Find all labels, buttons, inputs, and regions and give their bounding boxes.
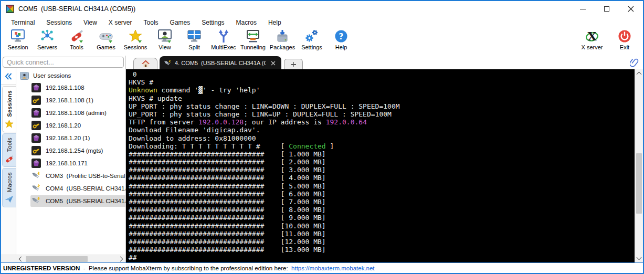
maximize-button[interactable] xyxy=(595,1,619,17)
toolbar-help-button[interactable]: ?Help xyxy=(326,28,356,55)
terminal-line: 0 xyxy=(129,70,635,78)
session-item-label: 192.168.1.108 (1) xyxy=(46,97,93,103)
toolbar-tools-button[interactable]: Tools xyxy=(62,28,91,55)
toolbar-view-button[interactable]: View xyxy=(150,28,180,55)
session-item-com5-usb-serial-ch341a-c[interactable]: COM5 (USB-SERIAL CH341A (C xyxy=(16,195,125,207)
quick-connect-input[interactable] xyxy=(3,57,124,68)
toolbar-servers-button[interactable]: Servers xyxy=(33,28,62,55)
collapse-sidebar-button[interactable] xyxy=(1,68,16,85)
session-item-label: COM5 (USB-SERIAL CH341A (C xyxy=(46,198,125,204)
scroll-right-arrow[interactable] xyxy=(117,255,125,262)
xserver-icon: X xyxy=(585,29,599,44)
terminal-line: ################################# [ 9.00… xyxy=(129,214,635,222)
session-item-com3-prolific-usb-to-serial-co[interactable]: COM3 (Prolific USB-to-Serial Co xyxy=(16,170,125,182)
terminal-line: ################################# [ 5.00… xyxy=(129,182,635,190)
session-item-192-168-1-108-1[interactable]: 192.168.1.108 (1) xyxy=(16,94,125,107)
menu-item-x-server[interactable]: X server xyxy=(103,18,138,27)
terminal-line: ################################# [12.00… xyxy=(129,238,635,246)
tunneling-icon xyxy=(246,29,260,44)
telnet-session-icon xyxy=(31,159,41,168)
toolbar-games-button[interactable]: Games xyxy=(91,28,121,55)
terminal-line: ################################# [ 3.00… xyxy=(129,166,635,174)
toolbar-label: Sessions xyxy=(124,44,147,50)
scroll-down-arrow[interactable] xyxy=(635,254,643,262)
menu-item-games[interactable]: Games xyxy=(164,18,196,27)
session-item-label: COM3 (Prolific USB-to-Serial Co xyxy=(46,173,125,179)
new-tab-button[interactable] xyxy=(284,59,303,69)
games-icon xyxy=(99,29,113,44)
terminal-line: UP_PORT : phy status change : LINK=UP : … xyxy=(129,110,635,118)
terminal-line: ################################# [ 8.00… xyxy=(129,206,635,214)
vertical-scroll-track[interactable] xyxy=(635,78,643,254)
paperclip-attach-icon[interactable] xyxy=(630,57,639,68)
toolbar-session-button[interactable]: Session xyxy=(3,28,33,55)
toolbar-label: Packages xyxy=(270,44,295,50)
active-terminal-tab[interactable]: 4. COM5 (USB-SERIAL CH341A (C xyxy=(160,56,281,69)
session-item-label: 192.168.1.108 xyxy=(46,85,85,91)
toolbar-label: View xyxy=(159,44,171,50)
app-logo-icon xyxy=(6,5,14,13)
sidebar-tab-sessions[interactable]: Sessions xyxy=(2,86,16,132)
terminal-vertical-scrollbar xyxy=(635,69,643,262)
maximize-icon xyxy=(604,6,609,12)
session-item-192-168-1-108-admin[interactable]: 192.168.1.108 (admin) xyxy=(16,107,125,119)
toolbar: SessionServersToolsGamesSessionsViewSpli… xyxy=(1,28,643,56)
terminal-line: Download Filename 'digicap.dav'. xyxy=(129,126,635,134)
chevron-double-left-icon xyxy=(5,73,12,80)
mobatek-link[interactable]: https://mobaxterm.mobatek.net xyxy=(291,265,375,271)
session-item-192-168-1-254-mgts[interactable]: 192.168.1.254 (mgts) xyxy=(16,144,125,157)
vertical-scroll-thumb[interactable] xyxy=(636,153,642,213)
session-item-com4-usb-serial-ch341a-c[interactable]: COM4 (USB-SERIAL CH341A (C xyxy=(16,182,125,195)
scroll-up-arrow[interactable] xyxy=(635,69,643,78)
scroll-left-arrow[interactable] xyxy=(16,255,25,262)
session-tree: User sessions 192.168.1.108192.168.1.108… xyxy=(16,68,125,255)
help-icon: ? xyxy=(334,29,349,44)
session-item-192-168-10-171[interactable]: 192.168.10.171 xyxy=(16,157,125,170)
minimize-button[interactable] xyxy=(571,1,595,17)
menu-item-macros[interactable]: Macros xyxy=(230,18,262,27)
close-button[interactable] xyxy=(619,1,643,17)
session-tree-root-label: User sessions xyxy=(33,72,71,79)
home-tab[interactable] xyxy=(133,58,157,69)
toolbar-exit-button[interactable]: Exit xyxy=(608,28,641,55)
servers-icon xyxy=(40,29,55,44)
horizontal-scroll-thumb[interactable] xyxy=(26,256,88,262)
terminal-line: ################################# [11.00… xyxy=(129,230,635,238)
toolbar-multiexec-button[interactable]: MultiExec xyxy=(209,28,238,55)
menubar: TerminalSessionsViewX serverToolsGamesSe… xyxy=(1,17,643,28)
toolbar-label: Split xyxy=(188,44,199,50)
chevron-right-icon xyxy=(118,256,123,261)
titlebar: COM5 (USB-SERIAL CH341A (COM5)) xyxy=(1,1,643,17)
sidebar-tab-macros[interactable]: Macros xyxy=(2,168,16,207)
session-item-192-168-1-20-1[interactable]: 192.168.1.20 (1) xyxy=(16,132,125,144)
terminal-line: UP_PORT : phy status change : LINK=DOWN … xyxy=(129,102,635,110)
toolbar-tunneling-button[interactable]: Tunneling xyxy=(238,28,268,55)
serial-plug-icon xyxy=(164,59,172,67)
sidebar-tab-tools[interactable]: Tools xyxy=(2,133,16,167)
menu-item-terminal[interactable]: Terminal xyxy=(5,18,40,27)
statusbar: UNREGISTERED VERSION - Please support Mo… xyxy=(1,262,643,273)
close-tab-icon[interactable] xyxy=(270,59,277,66)
menu-item-help[interactable]: Help xyxy=(262,18,287,27)
session-item-192-168-1-108[interactable]: 192.168.1.108 xyxy=(16,81,125,94)
menu-item-sessions[interactable]: Sessions xyxy=(40,18,78,27)
ssh-session-icon xyxy=(31,96,41,105)
terminal-output[interactable]: 0HKVS # Unknown command '▓' - try 'help'… xyxy=(126,69,635,262)
menu-item-settings[interactable]: Settings xyxy=(196,18,230,27)
menu-item-tools[interactable]: Tools xyxy=(138,18,164,27)
toolbar-packages-button[interactable]: Packages xyxy=(268,28,297,55)
serial-session-icon xyxy=(31,171,41,181)
terminal-line: ################################# [ 4.00… xyxy=(129,174,635,182)
toolbar-split-button[interactable]: Split xyxy=(180,28,209,55)
minimize-icon xyxy=(580,9,586,9)
telnet-session-icon xyxy=(31,83,41,92)
toolbar-settings-button[interactable]: Settings xyxy=(297,28,326,55)
terminal-line: Unknown command '▓' - try 'help' xyxy=(129,86,635,94)
sidebar-horizontal-scrollbar xyxy=(1,255,125,262)
session-tree-root[interactable]: User sessions xyxy=(16,70,125,81)
split-icon xyxy=(187,29,202,44)
toolbar-sessions-button[interactable]: Sessions xyxy=(121,28,150,55)
toolbar-x-server-button[interactable]: XX server xyxy=(576,28,608,55)
menu-item-view[interactable]: View xyxy=(78,18,103,27)
session-item-192-168-1-20[interactable]: 192.168.1.20 xyxy=(16,119,125,132)
